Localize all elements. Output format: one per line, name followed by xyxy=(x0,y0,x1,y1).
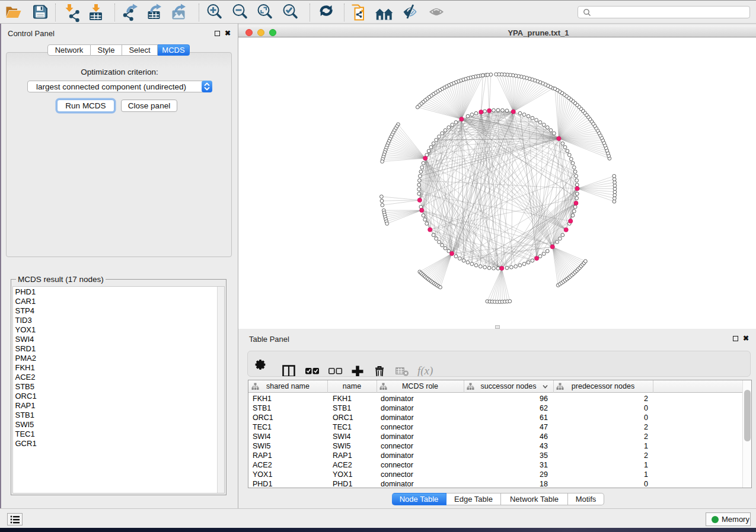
svg-text:f(x): f(x) xyxy=(417,364,433,377)
